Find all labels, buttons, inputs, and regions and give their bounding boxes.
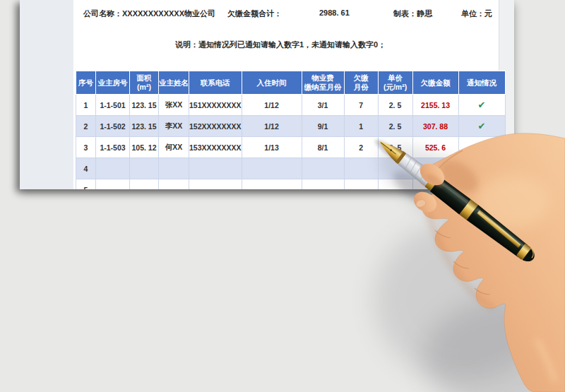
cell-move-in[interactable]: 1/13 (242, 137, 302, 158)
cell-index[interactable]: 4 (76, 158, 96, 179)
cell-amount-due[interactable] (412, 158, 458, 179)
cell-unit-price[interactable] (378, 179, 412, 190)
cell-notify-check[interactable] (458, 137, 505, 158)
cell-amount-due[interactable]: 307. 88 (412, 116, 458, 137)
cell-amount-due[interactable] (412, 179, 458, 190)
col-header-unit-price[interactable]: 单价 (元/m²) (378, 71, 412, 95)
cell-months-due[interactable]: 1 (344, 116, 378, 137)
pen-end-rim (527, 248, 537, 258)
pen-cap (467, 205, 529, 259)
cell-months-due[interactable]: 7 (344, 95, 378, 116)
company-name: 公司名称：XXXXXXXXXXXX物业公司 (83, 8, 215, 19)
cell-paid-to-month[interactable] (302, 179, 344, 190)
col-header-move-in[interactable]: 入住时间 (242, 71, 302, 95)
header-row: 序号 业主房号 面积 (m²) 业主姓名 联系电话 入住时间 物业费 缴纳至月份… (76, 71, 506, 95)
cell-room[interactable] (96, 158, 130, 179)
index-finger-tip (410, 188, 441, 216)
cell-paid-to-month[interactable]: 3/1 (302, 95, 344, 116)
unit-label: 单位：元 (461, 8, 492, 19)
col-header-amount-due[interactable]: 欠缴金额 (412, 71, 458, 95)
cell-index[interactable]: 1 (76, 95, 96, 116)
cell-notify-check[interactable] (458, 158, 505, 179)
cell-index[interactable]: 5 (76, 179, 96, 190)
cell-move-in[interactable] (242, 179, 302, 190)
cap-highlight (475, 208, 525, 247)
col-header-owner[interactable]: 业主姓名 (159, 71, 189, 95)
cell-unit-price[interactable] (378, 158, 412, 179)
cell-room[interactable]: 1-1-501 (96, 95, 130, 116)
cell-phone[interactable] (189, 179, 242, 190)
cell-amount-due[interactable]: 2155. 13 (412, 95, 458, 116)
table-row: 3 1-1-503 105. 12 何XX 153XXXXXXXX 1/13 8… (76, 137, 506, 158)
cell-notify-check[interactable]: ✔ (458, 116, 505, 137)
cell-area[interactable] (130, 179, 159, 190)
pen-clip (475, 210, 522, 248)
cell-index[interactable]: 3 (76, 137, 96, 158)
cell-area[interactable]: 123. 15 (130, 95, 159, 116)
fee-table: 序号 业主房号 面积 (m²) 业主姓名 联系电话 入住时间 物业费 缴纳至月份… (76, 71, 506, 189)
page-background: 公司名称：XXXXXXXXXXXX物业公司 欠缴金额合计： 2988. 61 制… (0, 0, 565, 392)
cell-room[interactable] (96, 179, 130, 190)
preparer-label: 制表：静思 (393, 8, 432, 19)
cell-notify-check[interactable] (458, 179, 505, 190)
pen-end-dome (523, 248, 538, 265)
cell-move-in[interactable]: 1/12 (242, 95, 302, 116)
cell-phone[interactable]: 151XXXXXXXX (189, 95, 242, 116)
cell-move-in[interactable] (242, 158, 302, 179)
cell-owner[interactable] (159, 158, 189, 179)
cell-unit-price[interactable]: 2. 5 (378, 137, 412, 158)
cell-phone[interactable] (189, 158, 242, 179)
cell-paid-to-month[interactable]: 8/1 (302, 137, 344, 158)
cell-move-in[interactable]: 1/12 (242, 116, 302, 137)
cell-room[interactable]: 1-1-503 (96, 137, 130, 158)
col-header-notify-status[interactable]: 通知情况 (458, 71, 505, 95)
cell-unit-price[interactable]: 2. 5 (378, 95, 412, 116)
cell-room[interactable]: 1-1-502 (96, 116, 130, 137)
total-due-label: 欠缴金额合计： (227, 8, 282, 19)
pen-end-band (516, 243, 532, 260)
total-due-value: 2988. 61 (319, 8, 350, 17)
instruction-note: 说明：通知情况列已通知请输入数字1，未通知请输入数字0； (175, 40, 386, 50)
cell-phone[interactable]: 152XXXXXXXX (189, 116, 242, 137)
cell-phone[interactable]: 153XXXXXXXX (189, 137, 242, 158)
paper-margin-strip (20, 0, 73, 189)
cell-index[interactable]: 2 (76, 116, 96, 137)
pen-center-band (459, 199, 478, 220)
cell-months-due[interactable] (344, 179, 378, 190)
col-header-months-due[interactable]: 欠缴 月份 (344, 71, 378, 95)
cell-paid-to-month[interactable]: 9/1 (302, 116, 344, 137)
cell-area[interactable] (130, 158, 159, 179)
wrist-cast-shadow (424, 297, 565, 392)
cell-owner[interactable]: 李XX (159, 116, 189, 137)
cell-owner[interactable]: 何XX (159, 137, 189, 158)
cell-paid-to-month[interactable] (302, 158, 344, 179)
fist-edge-shade (428, 212, 494, 309)
spreadsheet-paper: 公司名称：XXXXXXXXXXXX物业公司 欠缴金额合计： 2988. 61 制… (20, 0, 514, 189)
cell-months-due[interactable]: 2 (344, 137, 378, 158)
knuckle-creases (435, 230, 490, 295)
cell-area[interactable]: 105. 12 (130, 137, 159, 158)
background-cast-shadow (374, 219, 551, 381)
col-header-phone[interactable]: 联系电话 (189, 71, 242, 95)
cell-notify-check[interactable]: ✔ (458, 95, 505, 116)
col-header-index[interactable]: 序号 (76, 71, 96, 95)
cell-owner[interactable] (159, 179, 189, 190)
cell-owner[interactable]: 张XX (159, 95, 189, 116)
col-header-area[interactable]: 面积 (m²) (130, 71, 159, 95)
cell-months-due[interactable] (344, 158, 378, 179)
index-fingernail (415, 198, 427, 208)
table-row: 1 1-1-501 123. 15 张XX 151XXXXXXXX 1/12 3… (76, 95, 506, 116)
cell-area[interactable]: 123. 15 (130, 116, 159, 137)
table-row: 2 1-1-502 123. 15 李XX 152XXXXXXXX 1/12 9… (76, 116, 506, 137)
cell-amount-due[interactable]: 525. 6 (412, 137, 458, 158)
wrist-highlight (537, 339, 555, 381)
col-header-room[interactable]: 业主房号 (96, 71, 130, 95)
table-row: 4 (76, 158, 506, 179)
col-header-paid-to-month[interactable]: 物业费 缴纳至月份 (302, 71, 344, 95)
cell-unit-price[interactable]: 2. 5 (378, 116, 412, 137)
table-row: 5 (76, 179, 506, 190)
